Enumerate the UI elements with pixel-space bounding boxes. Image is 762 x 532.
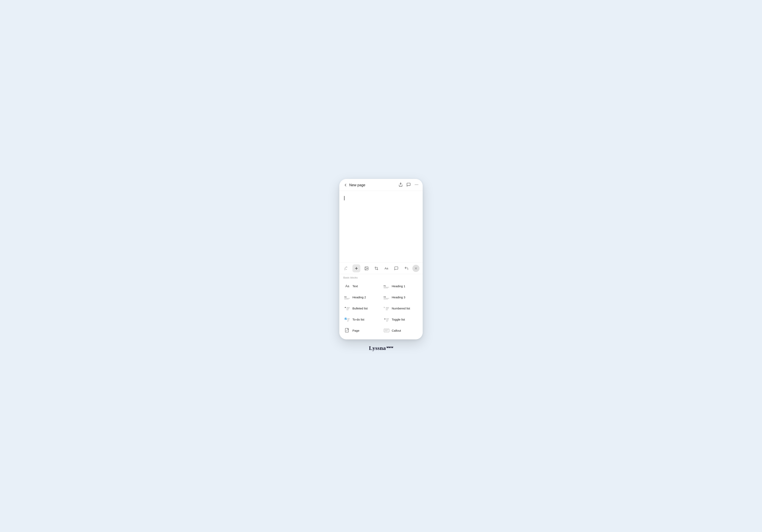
heading3-block-icon: H3	[383, 295, 390, 300]
numbered-list-label: Numbered list	[392, 307, 410, 310]
block-menu: Basic blocks Aa Text H1 Heading 1	[339, 274, 423, 339]
page-block-icon	[344, 328, 350, 333]
page-title: New page	[349, 183, 365, 187]
svg-text:H1: H1	[384, 285, 386, 287]
phone-frame: New page	[339, 179, 423, 339]
undo-button[interactable]	[403, 264, 410, 272]
svg-point-21	[345, 307, 346, 308]
text-block-label: Text	[352, 285, 358, 288]
svg-rect-40	[384, 329, 389, 332]
block-item-page[interactable]: Page	[342, 325, 381, 336]
bulleted-list-icon	[344, 306, 350, 311]
todo-list-icon	[344, 317, 350, 322]
callout-block-label: Callout	[392, 329, 401, 332]
image-button[interactable]	[362, 264, 370, 272]
comment-button[interactable]	[392, 264, 400, 272]
callout-block-icon	[383, 328, 390, 333]
text-cursor	[344, 196, 344, 200]
block-item-toggle-list[interactable]: Toggle list	[381, 314, 420, 325]
svg-point-3	[418, 184, 418, 185]
toggle-list-label: Toggle list	[392, 318, 405, 321]
text-block-icon: Aa	[344, 284, 350, 289]
block-item-todo-list[interactable]: To-do list	[342, 314, 381, 325]
close-button[interactable]	[412, 265, 419, 272]
more-options-icon[interactable]	[414, 182, 419, 188]
svg-text:ʃ: ʃ	[344, 267, 346, 270]
block-item-heading1[interactable]: H1 Heading 1	[381, 281, 420, 292]
svg-marker-33	[385, 318, 386, 320]
todo-list-label: To-do list	[352, 318, 364, 321]
heading3-block-label: Heading 3	[392, 296, 405, 299]
toggle-list-icon	[383, 317, 390, 322]
heading2-block-label: Heading 2	[352, 296, 366, 299]
block-item-heading3[interactable]: H3 Heading 3	[381, 292, 420, 303]
add-block-button[interactable]	[352, 264, 360, 272]
block-item-text[interactable]: Aa Text	[342, 281, 381, 292]
block-item-numbered-list[interactable]: 1. Numbered list	[381, 303, 420, 314]
text-format-button[interactable]: Aa	[382, 264, 390, 272]
back-button[interactable]	[343, 183, 348, 187]
heading2-block-icon: H2	[344, 295, 350, 300]
editor-area[interactable]	[339, 191, 423, 262]
toolbar: ʃ Aa	[339, 262, 423, 274]
crop-button[interactable]	[372, 264, 380, 272]
block-grid: Aa Text H1 Heading 1	[339, 281, 423, 336]
svg-text:H3: H3	[384, 296, 386, 298]
block-menu-label: Basic blocks	[339, 274, 423, 281]
header-left: New page	[343, 183, 365, 187]
block-item-heading2[interactable]: H2 Heading 2	[342, 292, 381, 303]
block-item-callout[interactable]: Callout	[381, 325, 420, 336]
brand-name: Lyssna	[369, 345, 386, 351]
svg-text:1.: 1.	[384, 307, 385, 308]
svg-rect-29	[345, 318, 347, 320]
svg-point-2	[416, 184, 417, 185]
svg-text:H2: H2	[344, 296, 347, 298]
share-icon[interactable]	[399, 182, 403, 188]
page-block-label: Page	[352, 329, 359, 332]
bulleted-list-label: Bulleted list	[352, 307, 368, 310]
block-item-bulleted-list[interactable]: Bulleted list	[342, 303, 381, 314]
brand-logo: Lyssnaʷʷʷ	[369, 345, 393, 351]
brand-wave: ʷʷʷ	[386, 346, 393, 351]
header-right	[399, 182, 419, 188]
page-header: New page	[339, 179, 423, 191]
svg-point-1	[415, 184, 416, 185]
heading1-block-label: Heading 1	[392, 285, 405, 288]
comment-icon[interactable]	[407, 182, 411, 188]
format-button[interactable]: ʃ	[343, 264, 350, 272]
heading1-block-icon: H1	[383, 284, 390, 289]
svg-point-9	[365, 267, 366, 268]
numbered-list-icon: 1.	[383, 306, 390, 311]
